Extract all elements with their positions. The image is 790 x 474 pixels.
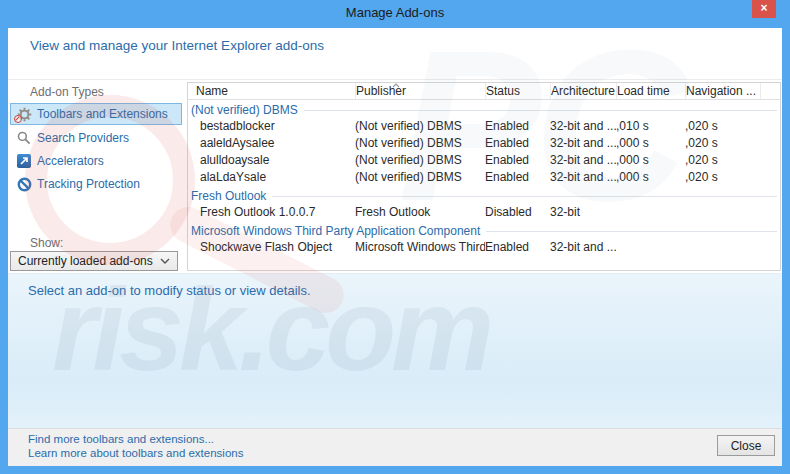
addon-types-label: Add-on Types (30, 85, 104, 99)
details-pane: Select an add-on to modify status or vie… (8, 273, 782, 428)
table-row[interactable]: Shockwave Flash ObjectMicrosoft Windows … (188, 239, 780, 256)
cell-status: Enabled (485, 152, 550, 169)
addons-table: Name Publisher Status Architecture Load … (187, 82, 781, 271)
show-label: Show: (30, 236, 63, 250)
titlebar: Manage Add-ons × (0, 0, 790, 28)
cell-architecture: 32-bit (550, 204, 616, 221)
cell-load-time (616, 239, 685, 256)
page-title: View and manage your Internet Explorer a… (30, 38, 324, 53)
cell-navigation (685, 204, 760, 221)
sidebar-item-label: Toolbars and Extensions (37, 107, 168, 121)
cell-navigation: ,020 s (685, 169, 760, 186)
cell-publisher: (Not verified) DBMS (355, 118, 485, 135)
group-rule (486, 231, 777, 232)
sidebar-item-tracking-protection[interactable]: Tracking Protection (10, 173, 182, 195)
column-header-load-time[interactable]: Load time (616, 83, 685, 99)
cell-name: alaLdaYsale (188, 169, 355, 186)
gear-icon (16, 106, 32, 122)
dialog-content: View and manage your Internet Explorer a… (8, 28, 782, 466)
header-separator (8, 79, 782, 80)
details-message: Select an add-on to modify status or vie… (8, 274, 782, 298)
cell-name: aaleldAysalee (188, 135, 355, 152)
group-header: Microsoft Windows Third Party Applicatio… (188, 223, 780, 239)
cell-status: Enabled (485, 169, 550, 186)
sidebar-item-toolbars-and-extensions[interactable]: Toolbars and Extensions (10, 103, 182, 125)
cell-load-time: ,000 s (616, 152, 685, 169)
cell-name: Shockwave Flash Object (188, 239, 355, 256)
group-rule (272, 196, 777, 197)
cell-load-time: ,010 s (616, 118, 685, 135)
cell-status: Enabled (485, 239, 550, 256)
cell-name: Fresh Outlook 1.0.0.7 (188, 204, 355, 221)
cell-publisher: (Not verified) DBMS (355, 169, 485, 186)
cell-navigation: ,020 s (685, 152, 760, 169)
column-header-navigation[interactable]: Navigation ... (685, 83, 760, 99)
blocked-circle-icon (16, 176, 32, 192)
footer-bar: Find more toolbars and extensions... Lea… (8, 428, 782, 466)
addons-table-body: (Not verified) DBMSbestadblocker(Not ver… (188, 102, 780, 256)
show-dropdown-value: Currently loaded add-ons (18, 254, 153, 268)
cell-load-time: ,000 s (616, 135, 685, 152)
column-header-architecture[interactable]: Architecture (550, 83, 616, 99)
find-more-addons-link[interactable]: Find more toolbars and extensions... (28, 433, 214, 445)
sidebar-item-accelerators[interactable]: Accelerators (10, 150, 182, 172)
cell-architecture: 32-bit and ... (550, 135, 616, 152)
manage-addons-window: Manage Add-ons × View and manage your In… (0, 0, 790, 474)
group-header: (Not verified) DBMS (188, 102, 780, 118)
cell-navigation: ,020 s (685, 135, 760, 152)
close-button[interactable]: Close (717, 435, 775, 456)
close-icon: × (760, 1, 767, 15)
cell-architecture: 32-bit and ... (550, 239, 616, 256)
sidebar-item-search-providers[interactable]: Search Providers (10, 127, 182, 149)
table-row[interactable]: alulldoaysale(Not verified) DBMSEnabled3… (188, 152, 780, 169)
learn-more-addons-link[interactable]: Learn more about toolbars and extensions (28, 447, 243, 459)
column-header-spacer (760, 83, 780, 99)
cell-publisher: (Not verified) DBMS (355, 152, 485, 169)
cell-navigation: ,020 s (685, 118, 760, 135)
cell-publisher: Microsoft Windows Third... (355, 239, 485, 256)
cell-publisher: Fresh Outlook (355, 204, 485, 221)
cell-load-time (616, 204, 685, 221)
sidebar-item-label: Accelerators (37, 154, 104, 168)
group-label: Fresh Outlook (191, 189, 266, 203)
cell-status: Enabled (485, 118, 550, 135)
sidebar-item-label: Search Providers (37, 131, 129, 145)
column-header-status[interactable]: Status (485, 83, 550, 99)
sidebar-item-label: Tracking Protection (37, 177, 140, 191)
group-label: Microsoft Windows Third Party Applicatio… (191, 224, 480, 238)
group-rule (304, 110, 777, 111)
cell-publisher: (Not verified) DBMS (355, 135, 485, 152)
table-row[interactable]: bestadblocker(Not verified) DBMSEnabled3… (188, 118, 780, 135)
group-label: (Not verified) DBMS (191, 103, 298, 117)
column-header-publisher[interactable]: Publisher (355, 83, 485, 99)
column-header-name[interactable]: Name (188, 83, 355, 99)
group-header: Fresh Outlook (188, 188, 780, 204)
sort-ascending-icon (392, 83, 400, 88)
cell-status: Disabled (485, 204, 550, 221)
cell-status: Enabled (485, 135, 550, 152)
table-row[interactable]: Fresh Outlook 1.0.0.7Fresh OutlookDisabl… (188, 204, 780, 221)
window-title: Manage Add-ons (0, 0, 790, 25)
cell-architecture: 32-bit and ... (550, 169, 616, 186)
blocked-badge-icon (14, 115, 22, 123)
cell-load-time: ,000 s (616, 169, 685, 186)
accelerator-arrow-icon (16, 153, 32, 169)
cell-architecture: 32-bit and ... (550, 118, 616, 135)
cell-name: alulldoaysale (188, 152, 355, 169)
chevron-down-icon (160, 258, 170, 264)
window-close-button[interactable]: × (752, 0, 776, 18)
cell-navigation (685, 239, 760, 256)
cell-name: bestadblocker (188, 118, 355, 135)
search-icon (16, 130, 32, 146)
show-dropdown[interactable]: Currently loaded add-ons (10, 251, 178, 271)
table-row[interactable]: alaLdaYsale(Not verified) DBMSEnabled32-… (188, 169, 780, 186)
table-row[interactable]: aaleldAysalee(Not verified) DBMSEnabled3… (188, 135, 780, 152)
table-header: Name Publisher Status Architecture Load … (188, 83, 780, 100)
cell-architecture: 32-bit and ... (550, 152, 616, 169)
